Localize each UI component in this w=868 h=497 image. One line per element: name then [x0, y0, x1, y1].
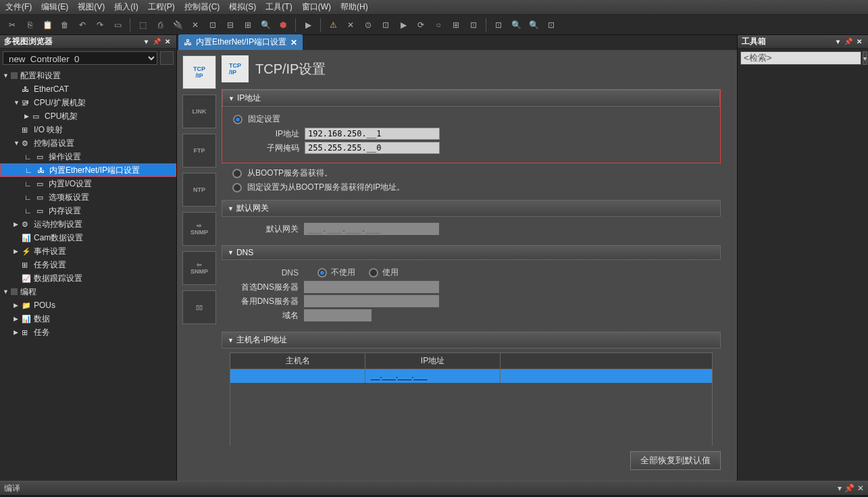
undo-icon[interactable]: ↶	[74, 17, 91, 33]
menu-edit[interactable]: 编辑(E)	[41, 1, 68, 13]
tree-controller-settings[interactable]: ▼⚙控制器设置	[0, 136, 176, 150]
tree-tasks[interactable]: ▶⊞任务	[0, 325, 176, 339]
tool-icon[interactable]: ✕	[342, 17, 359, 33]
tree-ethercat[interactable]: 🖧EtherCAT	[0, 82, 176, 96]
menu-window[interactable]: 窗口(W)	[302, 1, 331, 13]
tool-icon[interactable]: ⊡	[378, 17, 394, 33]
warning-icon[interactable]: ⚠	[325, 17, 341, 33]
tool-icon[interactable]: ▶	[300, 17, 316, 33]
menu-help[interactable]: 帮助(H)	[340, 1, 368, 13]
dns-primary-input[interactable]	[304, 281, 439, 293]
menu-controller[interactable]: 控制器(C)	[184, 1, 220, 13]
tree-ethernet-ip[interactable]: ∟🖧内置EtherNet/IP端口设置	[0, 163, 176, 177]
domain-input[interactable]	[304, 309, 372, 321]
radio-bootp2-row[interactable]: 固定设置为从BOOTP服务器获得的IP地址。	[232, 182, 713, 193]
pin-icon[interactable]: 📌	[844, 37, 853, 47]
zoom-in-icon[interactable]: 🔍	[508, 17, 524, 33]
tool-icon[interactable]: ○	[430, 17, 446, 33]
tree-cam[interactable]: 📊Cam数据设置	[0, 231, 176, 244]
zoom-fit-icon[interactable]: ⊡	[543, 17, 559, 33]
section-header-host[interactable]: ▼ 主机名-IP地址	[222, 332, 721, 348]
stop-icon[interactable]: ⬢	[275, 17, 291, 33]
side-tab-ftp[interactable]: FTP	[182, 134, 216, 167]
table-row[interactable]: __.___.___.___	[230, 369, 712, 383]
radio-fixed[interactable]	[233, 115, 242, 124]
close-icon[interactable]: ✕	[854, 37, 864, 47]
radio-fixed-row[interactable]: 固定设置	[233, 113, 712, 125]
tree-io-settings[interactable]: ∟▭内置I/O设置	[0, 177, 176, 190]
radio-bootp2[interactable]	[232, 183, 242, 192]
subnet-mask-input[interactable]	[305, 142, 440, 154]
settings-scroll[interactable]: ▼ IP地址 固定设置 IP地址	[222, 89, 732, 446]
ip-address-input[interactable]	[305, 128, 440, 140]
side-tab-other[interactable]: ▯▯	[182, 290, 216, 324]
tool-icon[interactable]: ⎙	[152, 17, 168, 33]
side-tab-snmp-out[interactable]: ⇨SNMP	[182, 212, 216, 246]
tab-ethernet-ip[interactable]: 🖧 内置EtherNet/IP端口设置 ✕	[178, 34, 303, 50]
tree-programming[interactable]: ▼编程	[0, 285, 176, 298]
tool-icon[interactable]: ✕	[187, 17, 203, 33]
tree-io-map[interactable]: ⊞I/O 映射	[0, 123, 176, 136]
cut-icon[interactable]: ✂	[4, 17, 20, 33]
search-icon[interactable]: 🔍	[257, 17, 274, 33]
tree-data[interactable]: ▶📊数据	[0, 312, 176, 325]
pin-icon[interactable]: 📌	[844, 483, 854, 493]
side-tab-tcpip[interactable]: TCP/IP	[182, 55, 216, 89]
menu-insert[interactable]: 插入(I)	[114, 1, 138, 13]
tree-task-settings[interactable]: ⊞任务设置	[0, 258, 176, 271]
copy-icon[interactable]: ⎘	[22, 17, 38, 33]
tool-icon[interactable]: ⊞	[448, 17, 464, 33]
radio-bootp1[interactable]	[232, 169, 242, 178]
delete-icon[interactable]: 🗑	[57, 17, 73, 33]
close-icon[interactable]: ✕	[163, 37, 172, 47]
tool-icon[interactable]: ⬚	[134, 17, 151, 33]
tree-mem-settings[interactable]: ∟▭内存设置	[0, 204, 176, 217]
menu-tools[interactable]: 工具(T)	[265, 1, 292, 13]
zoom-out-icon[interactable]: 🔍	[526, 17, 542, 33]
radio-dns-no[interactable]	[317, 268, 327, 278]
menu-view[interactable]: 视图(V)	[78, 1, 105, 13]
crop-icon[interactable]: ⊡	[490, 17, 507, 33]
dropdown-icon[interactable]: ▾	[833, 37, 842, 47]
gateway-input[interactable]	[304, 223, 439, 235]
tree-cpu-rack[interactable]: ▼🖳CPU/扩展机架	[0, 96, 176, 109]
host-table-body[interactable]: __.___.___.___	[230, 369, 712, 446]
tab-close-icon[interactable]: ✕	[290, 38, 297, 47]
tool-icon[interactable]: ⊙	[360, 17, 376, 33]
side-tab-link[interactable]: LINK	[182, 95, 216, 128]
side-tab-ntp[interactable]: NTP	[182, 173, 216, 207]
tree-config[interactable]: ▼配置和设置	[0, 69, 176, 82]
toolbox-search-input[interactable]	[740, 51, 861, 65]
paste-icon[interactable]: 📋	[39, 17, 55, 33]
radio-bootp1-row[interactable]: 从BOOTP服务器获得。	[232, 167, 713, 179]
tree-option-board[interactable]: ∟▭选项板设置	[0, 190, 176, 204]
tree-event[interactable]: ▶⚡事件设置	[0, 244, 176, 258]
tool-icon[interactable]: ▭	[109, 17, 126, 33]
section-header-ip[interactable]: ▼ IP地址	[222, 90, 720, 107]
tool-icon[interactable]: ⊡	[465, 17, 482, 33]
restore-defaults-button[interactable]: 全部恢复到默认值	[630, 451, 721, 470]
menu-file[interactable]: 文件(F)	[5, 1, 32, 13]
menu-simulate[interactable]: 模拟(S)	[229, 1, 256, 13]
close-icon[interactable]: ✕	[857, 483, 864, 493]
tool-icon[interactable]: ▶	[395, 17, 411, 33]
side-tab-snmp-in[interactable]: ⇦SNMP	[182, 251, 216, 285]
search-dropdown-button[interactable]: ▾	[863, 51, 867, 65]
pin-icon[interactable]: 📌	[152, 37, 161, 47]
tool-icon[interactable]: ⊡	[205, 17, 221, 33]
section-header-gateway[interactable]: ▼ 默认网关	[222, 200, 721, 217]
section-header-dns[interactable]: ▼ DNS	[222, 245, 721, 260]
tree-motion[interactable]: ▶⚙运动控制设置	[0, 217, 176, 231]
controller-icon-button[interactable]	[160, 51, 174, 65]
menu-project[interactable]: 工程(P)	[148, 1, 175, 13]
tree-pous[interactable]: ▶📁POUs	[0, 298, 176, 312]
tree-cpu-frame[interactable]: ▶▭CPU机架	[0, 109, 176, 123]
controller-select[interactable]: new_Controller_0	[3, 51, 157, 65]
tool-icon[interactable]: ⊞	[240, 17, 256, 33]
radio-dns-yes[interactable]	[369, 268, 378, 278]
tree-data-trace[interactable]: 📈数据跟踪设置	[0, 271, 176, 285]
tool-icon[interactable]: ⊟	[222, 17, 238, 33]
connect-icon[interactable]: 🔌	[170, 17, 186, 33]
redo-icon[interactable]: ↷	[92, 17, 108, 33]
tree-op-settings[interactable]: ∟▭操作设置	[0, 150, 176, 163]
